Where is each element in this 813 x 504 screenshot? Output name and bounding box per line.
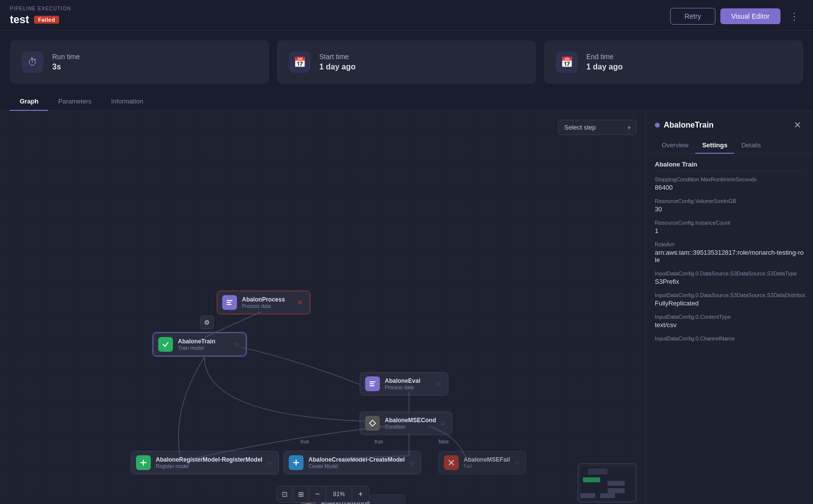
- stat-info-runtime: Run time 3s: [52, 53, 80, 71]
- node-name-register: AbaloneRegisterModel-RegisterModel: [156, 456, 263, 463]
- mini-map: [577, 463, 637, 503]
- node-status-msefail: ○: [515, 459, 519, 467]
- panel-field-value-0: 86400: [655, 184, 804, 191]
- node-status-process: ✕: [297, 299, 303, 306]
- node-status-register: ○: [268, 459, 271, 467]
- endtime-icon: 📅: [556, 51, 577, 73]
- panel-field-0: StoppingCondition.MaxRuntimeInSeconds 86…: [655, 176, 804, 191]
- zoom-fit-button[interactable]: ⊡: [277, 487, 293, 502]
- visual-editor-button[interactable]: Visual Editor: [720, 8, 780, 24]
- stats-row: ⏱ Run time 3s 📅 Start time 1 day ago 📅 E…: [0, 31, 813, 89]
- gear-node[interactable]: ⚙: [200, 315, 214, 329]
- panel-field-label-3: RoleArn: [655, 241, 804, 247]
- panel-field-5: InputDataConfig.0.DataSource.S3DataSourc…: [655, 292, 804, 307]
- runtime-label: Run time: [52, 53, 80, 61]
- node-abalone-register[interactable]: AbaloneRegisterModel-RegisterModel Regis…: [131, 451, 279, 474]
- node-status-msecond: ○: [441, 419, 445, 427]
- panel-field-value-5: FullyReplicated: [655, 300, 804, 307]
- panel-field-4: InputDataConfig.0.DataSource.S3DataSourc…: [655, 270, 804, 285]
- node-name-msefail: AbaloneMSEFail: [464, 456, 510, 463]
- tab-information[interactable]: Information: [102, 93, 153, 111]
- panel-title: AbaloneTrain: [655, 121, 713, 130]
- panel-field-label-5: InputDataConfig.0.DataSource.S3DataSourc…: [655, 292, 804, 298]
- panel-field-3: RoleArn arn:aws:iam::395135312817:role/m…: [655, 241, 804, 264]
- zoom-minus-button[interactable]: −: [309, 486, 326, 502]
- status-badge: Failed: [34, 16, 59, 24]
- retry-button[interactable]: Retry: [670, 8, 715, 25]
- path-label-false: false: [436, 438, 451, 445]
- node-status-transform: ○: [394, 502, 398, 504]
- node-sub-create: Create Model: [308, 464, 405, 469]
- panel-close-button[interactable]: ✕: [791, 119, 804, 132]
- svg-rect-5: [370, 385, 374, 386]
- node-status-create: ○: [409, 459, 413, 467]
- path-label-true2: true: [372, 438, 385, 445]
- panel-title-text: AbaloneTrain: [664, 121, 713, 130]
- panel-body: Abalone Train StoppingCondition.MaxRunti…: [646, 154, 813, 504]
- connections-svg: [0, 111, 645, 504]
- header-right: Retry Visual Editor ⋮: [670, 8, 803, 25]
- panel-field-value-2: 1: [655, 227, 804, 235]
- more-button[interactable]: ⋮: [785, 8, 803, 24]
- panel-field-label-1: ResourceConfig.VolumeSizeInGB: [655, 198, 804, 204]
- stat-card-endtime: 📅 End time 1 day ago: [544, 40, 803, 84]
- select-step-dropdown[interactable]: Select step: [558, 120, 637, 135]
- panel-tab-details[interactable]: Details: [734, 137, 768, 154]
- panel-section-title: Abalone Train: [655, 161, 804, 171]
- node-name-eval: AbaloneEval: [385, 377, 420, 384]
- svg-rect-21: [600, 493, 615, 498]
- node-icon-process: [222, 295, 237, 310]
- starttime-label: Start time: [319, 53, 356, 61]
- pipeline-name: test: [10, 13, 29, 26]
- select-step-wrap[interactable]: Select step ▼: [558, 120, 637, 135]
- panel-header: AbaloneTrain ✕: [646, 111, 813, 132]
- node-sub-train: Train model: [178, 345, 215, 351]
- svg-rect-1: [227, 302, 231, 303]
- header-left: PIPELINE EXECUTION test Failed: [10, 6, 71, 26]
- graph-canvas[interactable]: ⚙ AbalonProcess Process data ✕ AbaloneTr…: [0, 111, 645, 504]
- starttime-icon: 📅: [289, 51, 310, 73]
- svg-rect-16: [588, 469, 608, 474]
- node-abalone-msefail[interactable]: AbaloneMSEFail Fail ○: [439, 451, 526, 474]
- panel-tab-settings[interactable]: Settings: [695, 137, 734, 154]
- panel-field-label-6: InputDataConfig.0.ContentType: [655, 314, 804, 320]
- node-sub-msefail: Fail: [464, 464, 510, 469]
- header: PIPELINE EXECUTION test Failed Retry Vis…: [0, 0, 813, 31]
- node-name-msecond: AbaloneMSECond: [385, 417, 436, 424]
- starttime-value: 1 day ago: [319, 63, 356, 71]
- svg-rect-2: [227, 304, 232, 305]
- node-abalone-create[interactable]: AbaloneCreateModel-CreateModel Create Mo…: [283, 451, 421, 474]
- svg-marker-6: [370, 420, 375, 426]
- panel-field-1: ResourceConfig.VolumeSizeInGB 30: [655, 198, 804, 213]
- panel-field-value-1: 30: [655, 205, 804, 213]
- panel-field-value-3: arn:aws:iam::395135312817:role/monarch-t…: [655, 249, 804, 264]
- node-sub-eval: Process data: [385, 385, 420, 390]
- stat-card-runtime: ⏱ Run time 3s: [10, 40, 269, 84]
- node-abalone-train[interactable]: AbaloneTrain Train model ○: [153, 333, 246, 356]
- panel-field-value-6: text/csv: [655, 321, 804, 329]
- panel-field-7: InputDataConfig.0.ChannelName: [655, 336, 804, 341]
- tab-parameters[interactable]: Parameters: [48, 93, 101, 111]
- endtime-value: 1 day ago: [586, 63, 623, 71]
- pipeline-title: test Failed: [10, 13, 71, 26]
- node-abalone-msecond[interactable]: AbaloneMSECond Condition ○: [360, 411, 452, 435]
- stat-info-endtime: End time 1 day ago: [586, 53, 623, 71]
- node-sub-msecond: Condition: [385, 424, 436, 430]
- svg-rect-0: [227, 300, 233, 301]
- node-icon-register: [136, 455, 151, 470]
- panel-tab-overview[interactable]: Overview: [655, 137, 695, 154]
- svg-rect-4: [370, 383, 374, 384]
- tab-graph[interactable]: Graph: [10, 93, 48, 111]
- node-abalone-eval[interactable]: AbaloneEval Process data ○: [360, 372, 448, 396]
- stat-info-starttime: Start time 1 day ago: [319, 53, 356, 71]
- panel-field-value-4: S3Prefix: [655, 278, 804, 285]
- zoom-plus-button[interactable]: +: [352, 486, 369, 502]
- node-abalone-process[interactable]: AbalonProcess Process data ✕: [217, 291, 310, 314]
- main-area: ⚙ AbalonProcess Process data ✕ AbaloneTr…: [0, 111, 813, 504]
- zoom-expand-button[interactable]: ⊞: [293, 487, 309, 502]
- panel-field-label-0: StoppingCondition.MaxRuntimeInSeconds: [655, 176, 804, 182]
- panel-dot: [655, 123, 660, 128]
- right-panel: AbaloneTrain ✕ Overview Settings Details…: [645, 111, 813, 504]
- runtime-value: 3s: [52, 63, 80, 71]
- node-name-process: AbalonProcess: [242, 296, 285, 303]
